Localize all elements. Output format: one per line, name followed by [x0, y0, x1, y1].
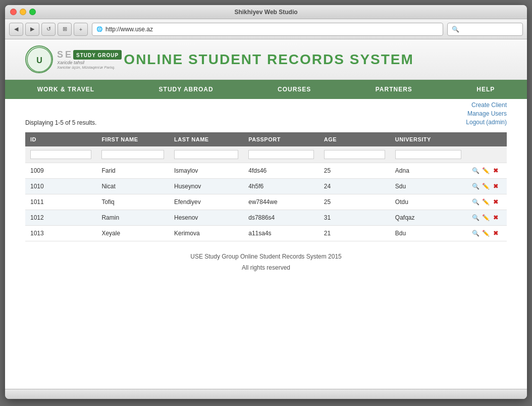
- forward-button[interactable]: ▶: [25, 23, 39, 36]
- cell-university: Qafqaz: [390, 210, 466, 226]
- delete-icon[interactable]: ✖: [492, 198, 500, 206]
- nav-partners[interactable]: PARTNERS: [360, 80, 428, 99]
- filter-firstname[interactable]: [101, 150, 164, 159]
- col-header-lastname: LAST NAME: [169, 132, 243, 146]
- delete-icon[interactable]: ✖: [492, 182, 500, 190]
- nav-bar: WORK & TRAVEL STUDY ABROAD COURSES PARTN…: [5, 80, 527, 99]
- search-icon: 🔍: [452, 26, 459, 33]
- table-row: 1010NicatHuseynov4h5f624Sdu🔍✏️✖: [25, 179, 507, 194]
- col-header-firstname: FIRST NAME: [96, 132, 169, 146]
- cell-first_name: Ramin: [96, 210, 169, 226]
- footer-line1: USE Study Group Online Student Records S…: [35, 251, 497, 263]
- nav-study-abroad[interactable]: STUDY ABROAD: [144, 80, 229, 99]
- cell-university: Otdu: [390, 194, 466, 210]
- cell-age: 31: [319, 210, 390, 226]
- action-cell: 🔍✏️✖: [466, 179, 507, 194]
- cell-id: 1011: [25, 194, 96, 210]
- reader-button[interactable]: ⊞: [58, 23, 72, 36]
- edit-icon[interactable]: ✏️: [482, 229, 490, 237]
- table-row: 1011TofiqEfendiyevew7844we25Otdu🔍✏️✖: [25, 194, 507, 210]
- cell-university: Adna: [390, 163, 466, 179]
- edit-icon[interactable]: ✏️: [482, 182, 490, 190]
- filter-id[interactable]: [30, 150, 91, 159]
- data-table: ID FIRST NAME LAST NAME PASSPORT AGE UNI…: [25, 132, 507, 241]
- create-client-link[interactable]: Create Client: [471, 102, 507, 109]
- nav-work-travel[interactable]: WORK & TRAVEL: [22, 80, 110, 99]
- view-icon[interactable]: 🔍: [471, 167, 480, 175]
- filter-lastname[interactable]: [174, 150, 238, 159]
- cell-last_name: Kerimova: [169, 226, 243, 241]
- cell-id: 1012: [25, 210, 96, 226]
- table-row: 1012RaminHesenovds7886s431Qafqaz🔍✏️✖: [25, 210, 507, 226]
- action-cell: 🔍✏️✖: [466, 194, 507, 210]
- new-tab-button[interactable]: +: [74, 23, 88, 36]
- logo-xaricde: Xaricde tahsil: [57, 60, 122, 65]
- cell-passport: 4fds46: [243, 163, 319, 179]
- view-icon[interactable]: 🔍: [471, 214, 480, 222]
- cell-id: 1009: [25, 163, 96, 179]
- filter-university[interactable]: [395, 150, 461, 159]
- cell-first_name: Farid: [96, 163, 169, 179]
- site-header: U S E STUDY GROUP Xaricde tahsil Xaricil…: [5, 39, 527, 80]
- cell-passport: ds7886s4: [243, 210, 319, 226]
- cell-first_name: Nicat: [96, 179, 169, 194]
- manage-users-link[interactable]: Manage Users: [467, 110, 507, 117]
- table-row: 1009FaridIsmaylov4fds4625Adna🔍✏️✖: [25, 163, 507, 179]
- close-button[interactable]: [10, 9, 17, 15]
- url-bar[interactable]: 🌐 http://www.use.az: [92, 23, 443, 36]
- cell-id: 1010: [25, 179, 96, 194]
- delete-icon[interactable]: ✖: [492, 229, 500, 237]
- window-controls: [10, 9, 36, 15]
- cell-last_name: Ismaylov: [169, 163, 243, 179]
- logo-use-e: E: [65, 49, 71, 60]
- action-cell: 🔍✏️✖: [466, 163, 507, 179]
- cell-passport: ew7844we: [243, 194, 319, 210]
- action-cell: 🔍✏️✖: [466, 210, 507, 226]
- cell-age: 24: [319, 179, 390, 194]
- site-title: ONLINE STUDENT RECORDS SYSTEM: [122, 52, 416, 68]
- cell-first_name: Xeyale: [96, 226, 169, 241]
- edit-icon[interactable]: ✏️: [482, 214, 490, 222]
- maximize-button[interactable]: [29, 9, 36, 15]
- svg-text:U: U: [36, 56, 42, 65]
- filter-age[interactable]: [324, 150, 385, 159]
- view-icon[interactable]: 🔍: [471, 229, 480, 237]
- main-content: Create Client Manage Users Logout (admin…: [5, 99, 527, 293]
- cell-age: 25: [319, 163, 390, 179]
- action-cell: 🔍✏️✖: [466, 226, 507, 241]
- title-bar: Shikhiyev Web Studio: [5, 5, 527, 19]
- delete-icon[interactable]: ✖: [492, 214, 500, 222]
- cell-age: 25: [319, 194, 390, 210]
- col-header-university: UNIVERSITY: [390, 132, 466, 146]
- cell-first_name: Tofiq: [96, 194, 169, 210]
- filter-passport[interactable]: [248, 150, 314, 159]
- url-text: http://www.use.az: [105, 26, 153, 33]
- minimize-button[interactable]: [20, 9, 26, 15]
- browser-window: Shikhiyev Web Studio ◀ ▶ ↺ ⊞ + 🌐 http://…: [5, 5, 527, 399]
- cell-university: Sdu: [390, 179, 466, 194]
- cell-university: Bdu: [390, 226, 466, 241]
- edit-icon[interactable]: ✏️: [482, 167, 490, 175]
- view-icon[interactable]: 🔍: [471, 182, 480, 190]
- view-icon[interactable]: 🔍: [471, 198, 480, 206]
- logo-use-s: S: [57, 49, 63, 60]
- logout-link[interactable]: Logout (admin): [466, 119, 507, 126]
- cell-last_name: Huseynov: [169, 179, 243, 194]
- page-content: U S E STUDY GROUP Xaricde tahsil Xaricil…: [5, 39, 527, 389]
- cell-last_name: Hesenov: [169, 210, 243, 226]
- filter-row: [25, 146, 507, 163]
- refresh-button[interactable]: ↺: [41, 23, 56, 36]
- logo-area: U S E STUDY GROUP Xaricde tahsil Xaricil…: [25, 45, 122, 73]
- col-header-actions: [466, 132, 507, 146]
- back-button[interactable]: ◀: [9, 23, 23, 36]
- logo-text-area: S E STUDY GROUP Xaricde tahsil Xaricilar…: [57, 49, 122, 70]
- nav-courses[interactable]: COURSES: [262, 80, 326, 99]
- nav-help[interactable]: HELP: [461, 80, 510, 99]
- delete-icon[interactable]: ✖: [492, 167, 500, 175]
- col-header-passport: PASSPORT: [243, 132, 319, 146]
- edit-icon[interactable]: ✏️: [482, 198, 490, 206]
- window-title: Shikhiyev Web Studio: [234, 9, 297, 16]
- cell-passport: a11sa4s: [243, 226, 319, 241]
- search-bar[interactable]: 🔍: [447, 23, 523, 36]
- cell-id: 1013: [25, 226, 96, 241]
